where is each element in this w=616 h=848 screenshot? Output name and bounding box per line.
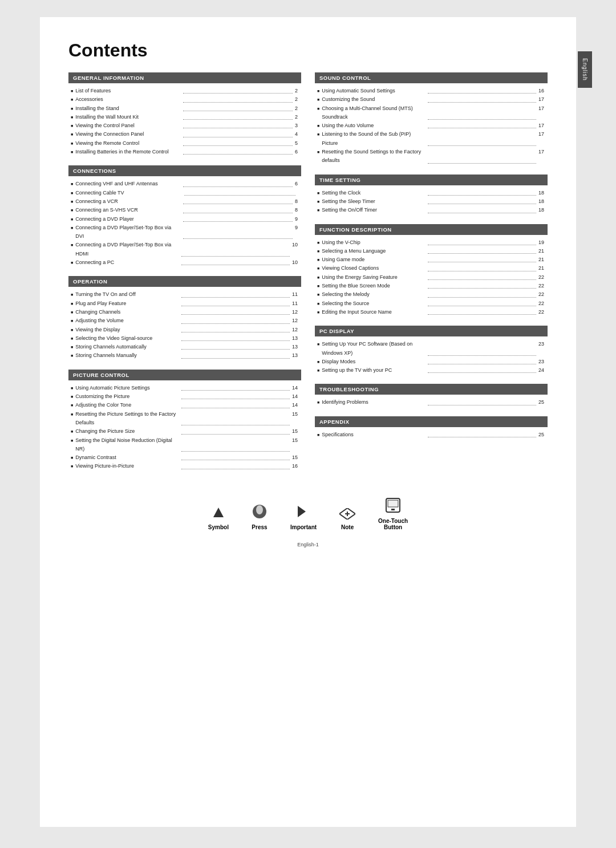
toc-page-number: 2 — [295, 113, 298, 121]
toc-dots — [181, 410, 290, 426]
toc-item-label: Setting the Sleep Timer — [317, 197, 425, 206]
toc-item: Viewing the Display12 — [68, 326, 301, 334]
toc-item-label: Viewing the Control Panel — [71, 121, 181, 130]
section-connections: CONNECTIONSConnecting VHF and UHF Antenn… — [68, 165, 301, 267]
toc-item-label: Viewing the Display — [71, 326, 179, 334]
toc-page-number: 22 — [538, 308, 544, 317]
legend: SymbolPressImportantNoteOne-Touch Button — [68, 497, 548, 530]
svg-rect-7 — [388, 500, 398, 507]
toc-page-number: 13 — [292, 334, 298, 343]
legend-item-symbol: Symbol — [208, 506, 229, 530]
toc-item-label: Listening to the Sound of the Sub (PIP) … — [317, 130, 425, 148]
symbol-icon — [212, 506, 225, 522]
legend-label-note: Note — [341, 524, 354, 530]
toc-item: Using the Auto Volume17 — [315, 121, 548, 130]
toc-page-number: 9 — [295, 224, 298, 241]
toc-item-label: Specifications — [317, 431, 425, 439]
toc-item-label: Viewing Picture-in-Picture — [71, 462, 179, 470]
toc-dots — [181, 453, 290, 460]
toc-dots — [181, 299, 290, 306]
toc-page-number: 16 — [538, 87, 544, 95]
toc-item: Viewing Closed Captions21 — [315, 264, 548, 273]
toc-item-label: Connecting Cable TV — [71, 189, 182, 197]
toc-item: Using Automatic Picture Settings14 — [68, 384, 301, 392]
toc-dots — [428, 238, 536, 245]
toc-item-label: Installing Batteries in the Remote Contr… — [71, 148, 181, 156]
legend-label-press: Press — [252, 524, 267, 530]
toc-dots — [428, 431, 536, 437]
toc-item-label: Storing Channels Manually — [71, 351, 179, 360]
toc-page-number: 4 — [295, 130, 298, 139]
toc-item: Setting the Sleep Timer18 — [315, 197, 548, 206]
toc-page-number: 21 — [538, 264, 544, 273]
toc-item: Using Automatic Sound Settings16 — [315, 87, 548, 95]
legend-label-symbol: Symbol — [208, 524, 229, 530]
toc-page-number: 21 — [538, 247, 544, 255]
toc-item: Resetting the Picture Settings to the Fa… — [68, 410, 301, 428]
toc-item: Connecting a VCR8 — [68, 197, 301, 206]
section-header-troubleshooting: TROUBLESHOOTING — [315, 384, 548, 395]
toc-item: Changing Channels12 — [68, 308, 301, 317]
toc-page-number: 8 — [295, 197, 298, 206]
toc-dots — [181, 290, 290, 297]
toc-page-number: 11 — [292, 290, 298, 299]
toc-dots — [183, 215, 293, 222]
toc-page-number: 12 — [292, 317, 298, 325]
toc-item: Using the V-Chip19 — [315, 238, 548, 247]
toc-dots — [183, 224, 293, 240]
toc-page-number: 3 — [295, 121, 298, 130]
toc-item: Identifying Problems25 — [315, 398, 548, 407]
toc-item-label: Dynamic Contrast — [71, 453, 179, 462]
toc-page-number: 11 — [292, 299, 298, 308]
toc-item-label: Setting the Clock — [317, 189, 425, 197]
page: English Contents GENERAL INFORMATIONList… — [40, 17, 576, 827]
toc-item-label: Resetting the Picture Settings to the Fa… — [71, 410, 179, 428]
toc-dots — [428, 308, 536, 315]
toc-item-label: Selecting the Melody — [317, 290, 425, 299]
toc-item-label: Identifying Problems — [317, 398, 425, 407]
toc-dots — [181, 334, 290, 341]
toc-item: Customizing the Sound17 — [315, 95, 548, 104]
toc-item-label: Accessories — [71, 95, 181, 104]
toc-dots — [181, 308, 290, 315]
toc-dots — [428, 299, 536, 306]
toc-page-number: 15 — [292, 410, 298, 428]
toc-item-label: Selecting a Menu Language — [317, 247, 425, 255]
toc-item: Connecting a PC10 — [68, 258, 301, 267]
toc-item: Adjusting the Volume12 — [68, 317, 301, 325]
toc-item-label: Adjusting the Volume — [71, 317, 179, 325]
toc-item: Using the Energy Saving Feature22 — [315, 273, 548, 282]
toc-page-number: 6 — [295, 148, 298, 156]
toc-page-number: 17 — [538, 130, 544, 148]
toc-dots — [183, 206, 293, 213]
toc-item-label: Setting the On/Off Timer — [317, 206, 425, 214]
toc-item: Installing the Wall Mount Kit2 — [68, 113, 301, 121]
toc-item-label: Connecting an S-VHS VCR — [71, 206, 181, 214]
toc-dots — [181, 427, 290, 434]
section-function-description: FUNCTION DESCRIPTIONUsing the V-Chip19Se… — [315, 224, 548, 317]
toc-item: Setting the Clock18 — [315, 189, 548, 197]
toc-page-number: 13 — [292, 343, 298, 351]
toc-dots — [428, 398, 536, 405]
footer: English-1 — [68, 542, 548, 547]
toc-dots — [181, 343, 290, 350]
toc-dots — [183, 197, 293, 204]
section-header-operation: OPERATION — [68, 276, 301, 287]
important-icon — [295, 504, 311, 522]
toc-item: Resetting the Sound Settings to the Fact… — [315, 148, 548, 165]
toc-dots — [181, 241, 290, 257]
toc-page-number: 12 — [292, 308, 298, 317]
toc-item: Selecting the Video Signal-source13 — [68, 334, 301, 343]
toc-dots — [428, 189, 536, 196]
note-icon — [339, 508, 355, 522]
toc-item: Connecting a DVD Player9 — [68, 215, 301, 224]
toc-page-number: 2 — [295, 104, 298, 113]
toc-dots — [183, 121, 293, 128]
toc-item: Viewing the Control Panel3 — [68, 121, 301, 130]
toc-item: Connecting VHF and UHF Antennas6 — [68, 180, 301, 188]
toc-item-label: Setting the Blue Screen Mode — [317, 282, 425, 290]
toc-item-label: Connecting a VCR — [71, 197, 181, 206]
toc-item-label: Display Modes — [317, 358, 425, 366]
toc-page-number: 8 — [295, 206, 298, 214]
toc-page-number: 6 — [295, 180, 298, 188]
